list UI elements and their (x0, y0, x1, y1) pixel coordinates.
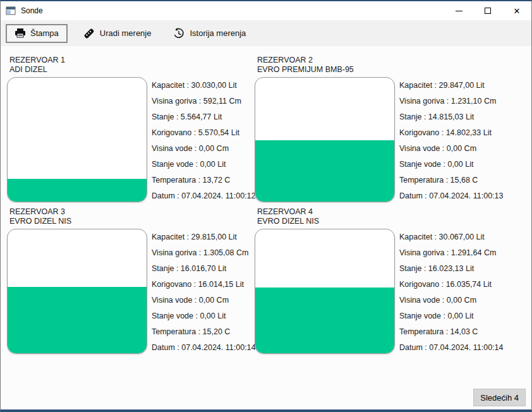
tank-level-indicator (255, 77, 395, 202)
fuel-height-value: Visina goriva : 592,11 Cm (152, 94, 255, 109)
tank-panel-2: REZERVOAR 2 EVRO PREMIJUM BMB-95 Kapacit… (255, 56, 502, 204)
next-tanks-button[interactable]: Sledećih 4 (473, 389, 526, 406)
maximize-icon (485, 8, 491, 14)
volume-value: Stanje : 14.815,03 Lit (399, 109, 503, 125)
tank-title: REZERVOAR 2 (257, 56, 502, 65)
temperature-value: Temperatura : 15,20 C (152, 324, 255, 340)
timestamp-value: Datum : 07.04.2024. 11:00:14 (399, 340, 503, 356)
timestamp-value: Datum : 07.04.2024. 11:00:14 (152, 340, 255, 356)
window-title: Sonde (21, 6, 444, 15)
history-button[interactable]: Istorija merenja (166, 23, 252, 44)
water-volume-value: Stanje vode : 0,00 Lit (152, 308, 255, 324)
measure-button-label: Uradi merenje (100, 28, 152, 38)
tank-level-indicator (7, 229, 147, 354)
app-window: Sonde ✕ Štampa (0, 0, 532, 412)
toolbar: Štampa Uradi merenje Istorija merenja (1, 20, 531, 46)
tank-fill (255, 288, 394, 353)
timestamp-value: Datum : 07.04.2024. 11:00:12 (152, 188, 255, 204)
tank-level-indicator (255, 229, 395, 354)
tank-panel-4: REZERVOAR 4 EVRO DIZEL NIS Kapacitet : 3… (255, 207, 502, 356)
corrected-volume-value: Korigovano : 14.802,33 Lit (399, 125, 503, 141)
tank-level-indicator (7, 77, 147, 202)
capacity-value: Kapacitet : 30.067,00 Lit (399, 229, 503, 245)
maximize-button[interactable] (473, 1, 502, 20)
tank-panel-3: REZERVOAR 3 EVRO DIZEL NIS Kapacitet : 2… (7, 207, 255, 356)
tank-fill (255, 140, 394, 202)
fuel-height-value: Visina goriva : 1.305,08 Cm (152, 245, 255, 261)
water-height-value: Visina vode : 0,00 Cm (399, 293, 503, 308)
water-height-value: Visina vode : 0,00 Cm (152, 141, 255, 157)
close-icon: ✕ (514, 7, 521, 15)
water-volume-value: Stanje vode : 0,00 Lit (399, 308, 503, 324)
tank-title: REZERVOAR 3 (9, 207, 255, 217)
title-bar: Sonde ✕ (1, 1, 531, 20)
tank-product: EVRO PREMIJUM BMB-95 (257, 65, 502, 75)
fuel-height-value: Visina goriva : 1.231,10 Cm (399, 94, 503, 109)
water-height-value: Visina vode : 0,00 Cm (399, 141, 503, 157)
print-button[interactable]: Štampa (6, 24, 68, 43)
print-button-label: Štampa (30, 28, 59, 38)
temperature-value: Temperatura : 13,72 C (152, 173, 255, 188)
app-icon (6, 6, 16, 16)
tank-product: EVRO DIZEL NIS (9, 217, 255, 226)
temperature-value: Temperatura : 14,03 C (399, 324, 503, 340)
printer-icon (15, 28, 26, 39)
tank-product: ADI DIZEL (9, 65, 255, 75)
ruler-icon (83, 27, 95, 40)
measure-button[interactable]: Uradi merenje (76, 23, 158, 44)
tank-panel-1: REZERVOAR 1 ADI DIZEL Kapacitet : 30.030… (7, 56, 255, 204)
history-button-label: Istorija merenja (190, 28, 246, 38)
tank-title: REZERVOAR 1 (9, 56, 255, 65)
corrected-volume-value: Korigovano : 5.570,54 Lit (152, 125, 255, 141)
fuel-height-value: Visina goriva : 1.291,64 Cm (399, 245, 503, 261)
volume-value: Stanje : 5.564,77 Lit (152, 109, 255, 125)
volume-value: Stanje : 16.016,70 Lit (152, 261, 255, 277)
tank-fill (8, 287, 147, 353)
close-button[interactable]: ✕ (502, 1, 531, 20)
corrected-volume-value: Korigovano : 16.014,15 Lit (152, 277, 255, 293)
volume-value: Stanje : 16.023,13 Lit (399, 261, 503, 277)
history-icon (172, 27, 185, 40)
capacity-value: Kapacitet : 30.030,00 Lit (152, 78, 255, 94)
water-height-value: Visina vode : 0,00 Cm (152, 293, 255, 308)
tank-fill (8, 179, 147, 202)
minimize-icon (456, 11, 462, 11)
water-volume-value: Stanje vode : 0,00 Lit (152, 157, 255, 173)
tank-title: REZERVOAR 4 (257, 207, 502, 217)
capacity-value: Kapacitet : 29.847,00 Lit (399, 78, 503, 94)
corrected-volume-value: Korigovano : 16.035,74 Lit (399, 277, 503, 293)
minimize-button[interactable] (444, 1, 473, 20)
timestamp-value: Datum : 07.04.2024. 11:00:13 (399, 188, 503, 204)
temperature-value: Temperatura : 15,68 C (399, 173, 503, 188)
capacity-value: Kapacitet : 29.815,00 Lit (152, 229, 255, 245)
tank-product: EVRO DIZEL NIS (257, 217, 502, 226)
water-volume-value: Stanje vode : 0,00 Lit (399, 157, 503, 173)
